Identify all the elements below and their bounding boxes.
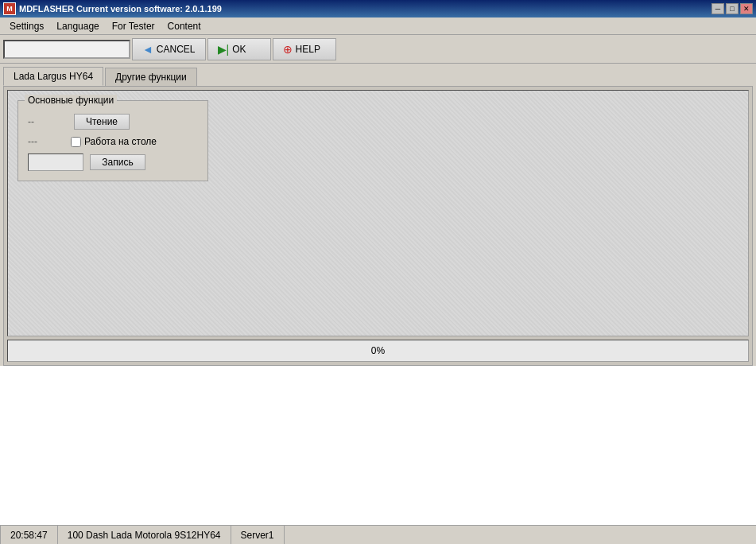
minimize-button[interactable]: ─ bbox=[711, 3, 724, 14]
ok-label: OK bbox=[232, 44, 246, 55]
desk-work-checkbox[interactable] bbox=[71, 137, 81, 147]
titlebar-controls: ─ □ ✕ bbox=[711, 3, 753, 14]
desk-work-label: Работа на столе bbox=[84, 136, 157, 147]
tab-other-functions[interactable]: Другие функции bbox=[105, 68, 197, 86]
tab-content: Основные функции -- Чтение --- Работа на… bbox=[3, 86, 753, 366]
cancel-label: CANCEL bbox=[157, 44, 196, 55]
status-device: 100 Dash Lada Motorola 9S12HY64 bbox=[58, 526, 231, 544]
titlebar-title: MDFLASHER Current version software: 2.0.… bbox=[19, 4, 222, 14]
progress-area: 0% bbox=[7, 340, 749, 362]
app-window: M MDFLASHER Current version software: 2.… bbox=[0, 0, 756, 544]
menubar: Settings Language For Tester Content bbox=[0, 17, 756, 35]
help-button[interactable]: ⊕ HELP bbox=[273, 38, 336, 60]
write-row: Запись bbox=[28, 153, 198, 171]
restore-button[interactable]: □ bbox=[726, 3, 739, 14]
cancel-button[interactable]: ◄ CANCEL bbox=[132, 38, 206, 60]
titlebar-left: M MDFLASHER Current version software: 2.… bbox=[3, 2, 222, 15]
checkbox-row: --- Работа на столе bbox=[28, 136, 198, 147]
ok-icon: ▶| bbox=[218, 43, 230, 56]
read-row: -- Чтение bbox=[28, 114, 198, 130]
status-time: 20:58:47 bbox=[0, 526, 58, 544]
menu-content[interactable]: Content bbox=[161, 19, 207, 33]
app-icon: M bbox=[3, 2, 16, 15]
triple-dash-label: --- bbox=[28, 136, 68, 147]
white-area bbox=[0, 366, 756, 525]
basic-functions-title: Основные функции bbox=[25, 95, 117, 106]
tabs: Lada Largus HY64 Другие функции bbox=[0, 64, 756, 86]
statusbar: 20:58:47 100 Dash Lada Motorola 9S12HY64… bbox=[0, 525, 756, 544]
basic-functions-box: Основные функции -- Чтение --- Работа на… bbox=[17, 100, 208, 181]
close-button[interactable]: ✕ bbox=[740, 3, 753, 14]
menu-settings[interactable]: Settings bbox=[3, 19, 50, 33]
progress-text: 0% bbox=[371, 345, 385, 356]
panel-area: Основные функции -- Чтение --- Работа на… bbox=[7, 90, 749, 336]
write-button[interactable]: Запись bbox=[90, 154, 145, 170]
menu-fortester[interactable]: For Tester bbox=[106, 19, 161, 33]
basic-functions-group: Основные функции -- Чтение --- Работа на… bbox=[17, 100, 208, 181]
ok-button[interactable]: ▶| OK bbox=[207, 38, 271, 60]
help-icon: ⊕ bbox=[283, 43, 293, 56]
menu-language[interactable]: Language bbox=[50, 19, 105, 33]
write-input[interactable] bbox=[28, 153, 83, 171]
read-button[interactable]: Чтение bbox=[74, 114, 130, 130]
read-dash-label: -- bbox=[28, 116, 68, 127]
toolbar: ◄ CANCEL ▶| OK ⊕ HELP bbox=[0, 35, 756, 64]
tab-lada-largus[interactable]: Lada Largus HY64 bbox=[3, 67, 103, 86]
content-wrapper: Основные функции -- Чтение --- Работа на… bbox=[0, 86, 756, 525]
status-server: Server1 bbox=[231, 526, 285, 544]
cancel-icon: ◄ bbox=[142, 43, 153, 56]
titlebar: M MDFLASHER Current version software: 2.… bbox=[0, 0, 756, 17]
toolbar-input[interactable] bbox=[3, 40, 130, 59]
help-label: HELP bbox=[296, 44, 320, 55]
